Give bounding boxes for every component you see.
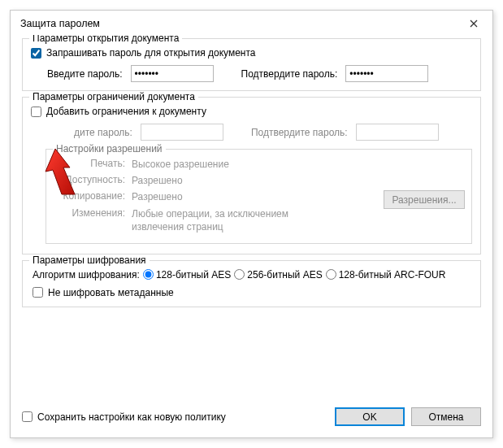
- open-password-input[interactable]: [131, 65, 214, 82]
- perm-changes-value: Любые операции, за исключением извлечени…: [132, 207, 319, 233]
- radio-aes256-label: 256-битный AES: [247, 269, 322, 281]
- encryption-algo-label: Алгоритм шифрования:: [33, 269, 140, 281]
- no-encrypt-metadata-label: Не шифровать метаданные: [48, 287, 174, 298]
- open-confirm-pw-label: Подтвердите пароль:: [241, 68, 338, 80]
- open-params-group: Параметры открытия документа Запрашивать…: [22, 38, 481, 91]
- open-password-confirm-input[interactable]: [345, 65, 428, 82]
- perm-changes-label: Изменения:: [54, 207, 132, 219]
- require-password-label: Запрашивать пароль для открытия документ…: [46, 47, 256, 59]
- open-enter-pw-label: Введите пароль:: [47, 68, 123, 80]
- radio-aes128-label: 128-битный AES: [156, 269, 231, 281]
- radio-arcfour-input[interactable]: [326, 269, 336, 280]
- encrypt-params-title: Параметры шифрования: [29, 254, 150, 266]
- close-icon: [470, 20, 478, 28]
- perm-print-value: Высокое разрешение: [132, 158, 463, 171]
- close-button[interactable]: [462, 15, 486, 32]
- save-policy-checkbox[interactable]: [22, 411, 33, 422]
- add-restrictions-checkbox[interactable]: [31, 107, 41, 117]
- bottom-bar: Сохранить настройки как новую политику O…: [11, 401, 492, 437]
- cancel-button[interactable]: Отмена: [411, 407, 481, 426]
- perm-print-label: Печать:: [54, 158, 132, 169]
- open-params-title: Параметры открытия документа: [29, 35, 182, 44]
- radio-aes256-input[interactable]: [234, 269, 245, 280]
- add-restrictions-label: Добавить ограничения к документу: [46, 106, 206, 117]
- radio-aes256[interactable]: 256-битный AES: [234, 269, 322, 281]
- perm-copy-label: Копирование:: [54, 190, 132, 202]
- perm-access-label: Доступность:: [54, 174, 132, 185]
- radio-arcfour[interactable]: 128-битный ARC-FOUR: [326, 269, 446, 281]
- ok-button[interactable]: OK: [335, 407, 405, 426]
- save-policy-label: Сохранить настройки как новую политику: [37, 411, 226, 423]
- restrict-params-group: Параметры ограничений документа Добавить…: [22, 97, 481, 254]
- permissions-title: Настройки разрешений: [53, 143, 166, 154]
- no-encrypt-metadata-checkbox[interactable]: [33, 287, 43, 298]
- password-protection-dialog: Защита паролем Параметры открытия докуме…: [10, 10, 493, 438]
- restrict-password-confirm-input: [356, 124, 439, 141]
- radio-aes128[interactable]: 128-битный AES: [143, 269, 231, 281]
- restrict-enter-pw-label: дите пароль:: [47, 127, 132, 138]
- require-password-checkbox[interactable]: [31, 48, 41, 59]
- radio-arcfour-label: 128-битный ARC-FOUR: [339, 269, 446, 281]
- restrict-password-input: [141, 124, 223, 141]
- restrict-params-title: Параметры ограничений документа: [29, 91, 198, 102]
- perm-access-value: Разрешено: [132, 174, 463, 187]
- titlebar: Защита паролем: [11, 11, 492, 35]
- restrict-confirm-pw-label: Подтвердите пароль:: [251, 127, 348, 138]
- dialog-title: Защита паролем: [20, 18, 100, 29]
- radio-aes128-input[interactable]: [143, 269, 154, 280]
- permissions-group: Настройки разрешений Печать: Высокое раз…: [46, 149, 472, 244]
- encrypt-params-group: Параметры шифрования Алгоритм шифрования…: [22, 260, 481, 307]
- permissions-button: Разрешения...: [384, 190, 465, 209]
